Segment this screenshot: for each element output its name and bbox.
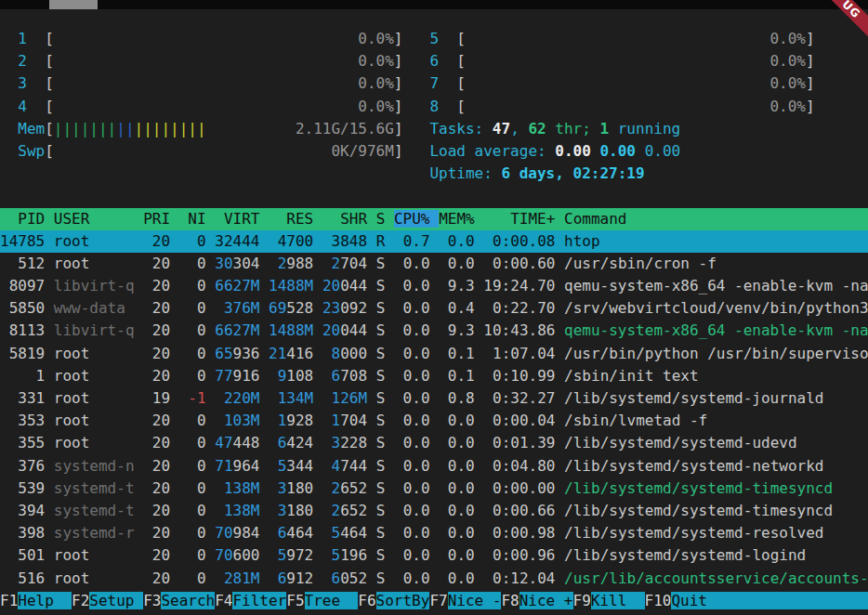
fkey-F5[interactable]: F5 [286,592,304,609]
meter-bracket-open-icon: [ [45,142,54,160]
fkey-label-nice-[interactable]: Nice + [519,592,573,609]
load-average-text: Load average: [429,142,555,160]
process-row-5850[interactable]: 5850 www-data 20 0 376M 69528 23092 S 0.… [0,297,868,320]
meter-bracket-open-icon: [ [456,74,466,92]
fkey-F4[interactable]: F4 [215,592,232,609]
process-row-355[interactable]: 355 root 20 0 47448 6424 3228 S 0.0 0.0 … [0,432,868,454]
meter-percent: 0.0% [358,98,394,115]
process-row-394[interactable]: 394 systemd-t 20 0 138M 3180 2652 S 0.0 … [0,500,868,522]
process-row-539[interactable]: 539 systemd-t 20 0 138M 3180 2652 S 0.0 … [0,478,868,500]
meter-percent: 0.0% [358,74,394,92]
meter-label: Swp [0,142,45,160]
meter-bracket-open-icon: [ [456,30,466,47]
cpu-meter-row-2-6: 2 [ 0.0%] 6 [ 0.0%] [0,50,868,72]
fkey-label-quit[interactable]: Quit [671,592,868,609]
top-bar-gray-segment [49,0,98,9]
meter-percent: 0.0% [769,98,806,115]
process-row-331[interactable]: 331 root 19 -1 220M 134M 126M S 0.0 0.8 … [0,387,868,410]
process-row-516[interactable]: 516 root 20 0 281M 6912 6052 S 0.0 0.0 0… [0,568,868,590]
fkey-label-setup[interactable]: Setup [89,592,143,609]
blank-row [0,185,868,207]
load-average-text: 0.00 [645,142,681,160]
mem-meter-value: 2.11G/15.6G [296,120,394,137]
meter-bracket-close-icon: ] [394,98,403,115]
fkey-label-nice-[interactable]: Nice - [448,592,502,609]
mem-bar-green: ||||||| [54,120,116,137]
fkey-F8[interactable]: F8 [501,592,519,609]
fkey-F6[interactable]: F6 [358,592,375,609]
column-header-s[interactable]: S [376,210,386,228]
mem-bar-blue: || [116,120,134,137]
column-header-res[interactable]: RES [269,210,313,228]
process-row-512[interactable]: 512 root 20 0 30304 2988 2704 S 0.0 0.0 … [0,253,868,275]
swap-meter-and-load-row: Swp[ 0K/976M] Load average: 0.00 0.00 0.… [0,140,868,163]
process-row-376[interactable]: 376 systemd-n 20 0 71964 5344 4744 S 0.0… [0,455,868,478]
process-row-14785[interactable]: 14785 root 20 0 32444 4700 3848 R 0.7 0.… [0,230,868,253]
meter-bracket-open-icon: [ [456,52,466,70]
column-header-user[interactable]: USER [54,210,135,228]
tasks-stat-text: , [510,120,528,137]
column-header-pri[interactable]: PRI [143,210,170,228]
fkey-label-filter[interactable]: Filter [232,592,286,609]
meter-bracket-close-icon: ] [806,98,815,115]
meter-bracket-open-icon: [ [45,98,54,115]
fkey-label-kill[interactable]: Kill [591,592,645,609]
meter-label: 6 [429,52,456,70]
fkey-F7[interactable]: F7 [429,592,447,609]
fkey-F3[interactable]: F3 [143,592,161,609]
meter-bracket-open-icon: [ [45,74,54,92]
function-key-bar: F1Help F2Setup F3SearchF4FilterF5Tree F6… [0,590,868,612]
process-row-8113[interactable]: 8113 libvirt-q 20 0 6627M 1488M 20044 S … [0,320,868,342]
fkey-F10[interactable]: F10 [645,592,672,609]
uptime-text: Uptime: [429,164,501,182]
meter-bracket-open-icon: [ [45,120,54,137]
fkey-label-sortby[interactable]: SortBy [376,592,430,609]
meter-bracket-close-icon: ] [394,30,403,47]
terminal-content: 1 [ 0.0%] 5 [ 0.0%] 2 [ 0.0%] 6 [ 0.0%] … [0,28,868,612]
process-row-5819[interactable]: 5819 root 20 0 65936 21416 8000 S 0.0 0.… [0,343,868,365]
process-row-353[interactable]: 353 root 20 0 103M 1928 1704 S 0.0 0.0 0… [0,410,868,432]
top-window-strip [0,0,868,9]
process-row-501[interactable]: 501 root 20 0 70600 5972 5196 S 0.0 0.0 … [0,544,868,567]
column-header-mem[interactable]: MEM% [439,210,475,228]
column-header-command[interactable]: Command [564,210,868,228]
column-header-ni[interactable]: NI [179,210,206,228]
meter-label: 4 [0,98,45,115]
process-row-398[interactable]: 398 systemd-r 20 0 70984 6464 5464 S 0.0… [0,522,868,544]
column-header-virt[interactable]: VIRT [215,210,259,228]
tasks-stat-text: Tasks: [429,120,492,137]
process-row-1[interactable]: 1 root 20 0 77916 9108 6708 S 0.0 0.1 0:… [0,365,868,387]
meter-bracket-close-icon: ] [806,52,815,70]
meter-bracket-open-icon: [ [45,52,54,70]
meter-label: 3 [0,74,45,92]
meter-label: 2 [0,52,45,70]
meter-percent: 0.0% [769,74,806,92]
uptime-text: 6 days, 02:27:19 [501,164,644,182]
meter-percent: 0.0% [358,52,394,70]
meter-label: 1 [0,30,45,47]
fkey-F1[interactable]: F1 [0,592,18,609]
meter-bracket-open-icon: [ [456,98,466,115]
fkey-label-search[interactable]: Search [161,592,215,609]
tasks-stat-text: 1 [599,120,609,137]
load-average-text: 0.00 [555,142,599,160]
mem-bar-yellow: |||||||| [135,120,206,137]
column-header-shr[interactable]: SHR [322,210,367,228]
fkey-F2[interactable]: F2 [72,592,89,609]
meter-bracket-close-icon: ] [806,74,815,92]
meter-label: 7 [429,74,456,92]
meter-percent: 0.0% [358,30,394,47]
memory-meter-and-tasks-row: Mem[||||||||||||||||| 2.11G/15.6G] Tasks… [0,118,868,140]
column-header-pid[interactable]: PID [0,210,45,228]
meter-bracket-close-icon: ] [394,142,403,160]
fkey-label-tree[interactable]: Tree [305,592,359,609]
table-header: PID USER PRI NI VIRT RES SHR S CPU% MEM%… [0,208,868,230]
column-header-time[interactable]: TIME+ [483,210,555,228]
fkey-label-help[interactable]: Help [18,592,72,609]
cpu-meter-row-4-8: 4 [ 0.0%] 8 [ 0.0%] [0,96,868,118]
tasks-stat-text: thr; [546,120,600,137]
column-header-cpu[interactable]: CPU% [394,210,439,228]
cpu-meter-row-1-5: 1 [ 0.0%] 5 [ 0.0%] [0,28,868,50]
process-row-8097[interactable]: 8097 libvirt-q 20 0 6627M 1488M 20044 S … [0,275,868,297]
fkey-F9[interactable]: F9 [573,592,591,609]
